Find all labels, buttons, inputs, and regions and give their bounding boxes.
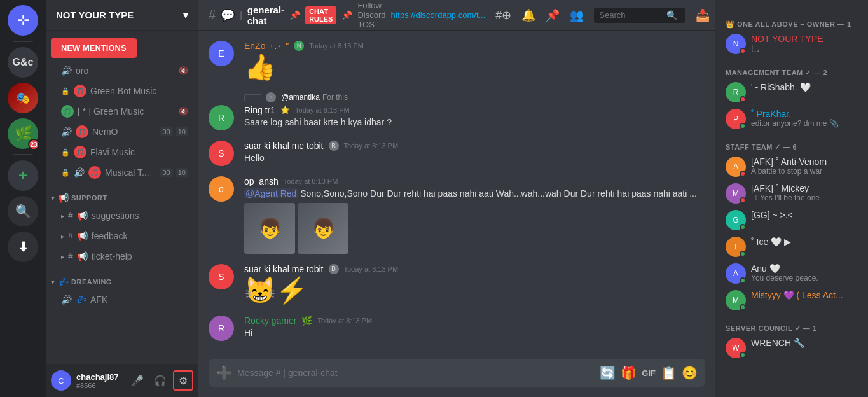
download-icon[interactable]: ⬇ xyxy=(8,232,38,262)
message-input-field[interactable] xyxy=(237,368,595,378)
category-support[interactable]: ▾ 📢 SUPPORT xyxy=(46,183,198,205)
member-item-not-your-type[interactable]: N NOT YOUR TYPE 乚 xyxy=(720,31,863,57)
msg-avatar-2: R xyxy=(209,105,234,130)
channel-item-flavi-music[interactable]: 🔒 🎵 Flavi Music xyxy=(51,142,193,162)
msg-text-2: Saare log sahi baat krte h kya idhar ? xyxy=(244,116,705,129)
settings-button[interactable]: ⚙ xyxy=(173,370,193,391)
emoji-icon[interactable]: 😊 xyxy=(682,365,698,380)
msg-timestamp-2: Today at 8:13 PM xyxy=(295,106,350,114)
volume-icon-2: 🔊 xyxy=(61,127,72,137)
dreaming-emoji: 💤 xyxy=(58,277,69,287)
bullet-icon-3: ▸ xyxy=(61,253,64,260)
gift-icon[interactable]: 🎁 xyxy=(621,365,637,380)
msg-timestamp-4: Today at 8:13 PM xyxy=(284,178,338,185)
channel-item-green-music[interactable]: 🎵 [ * ] Green Music 🔇 xyxy=(51,101,193,122)
member-item-misty[interactable]: M Mistyyy 💜 ( Less Act... xyxy=(720,288,863,313)
member-item-gg[interactable]: G [GG] ~ >.< xyxy=(720,207,863,233)
mute-icon-2: 🔇 xyxy=(179,107,188,116)
member-avatar-ice: I xyxy=(726,237,746,257)
messages-area: E EnZo→.←" N Today at 8:13 PM 👍 a @amant… xyxy=(198,31,715,354)
channel-item-ticket-help[interactable]: ▸ # 📢 ticket-help xyxy=(51,246,193,267)
channel-sidebar: NOT YOUR TYPE ▾ NEW MENTIONS 🔊 oro 🔇 🔒 🎵… xyxy=(46,0,198,397)
msg-author-2: Ring tr1 xyxy=(244,105,275,115)
member-info-rishabh: ' - RiShabh. 🤍 xyxy=(751,82,858,92)
user-discriminator: #8666 xyxy=(76,382,122,389)
msg-emoji: 👍 xyxy=(244,52,705,82)
member-item-ice[interactable]: I ˚ Ice 🤍 ▶ xyxy=(720,234,863,260)
member-item-prakhar[interactable]: P ˚ PraKhar. editor anyone? dm me 📎 xyxy=(720,106,863,132)
member-item-antivenom[interactable]: A [AFK] ˚ Anti-Venom A battle to stop a … xyxy=(720,154,863,179)
server-name: NOT YOUR TYPE xyxy=(56,10,134,20)
members-sidebar: 👑 ONE ALL ABOVE – OWNER — 1 N NOT YOUR T… xyxy=(715,0,868,397)
new-mentions-button[interactable]: NEW MENTIONS xyxy=(51,38,137,58)
discover-icon[interactable]: 🔍 xyxy=(8,196,38,226)
username: chachaji87 xyxy=(76,372,122,382)
message-input-area: ➕ 🔄 🎁 GIF 📋 😊 xyxy=(198,354,715,397)
member-name-prakhar: ˚ PraKhar. xyxy=(751,109,858,119)
channel-item-green-bot-music[interactable]: 🔒 🎵 Green Bot Music xyxy=(51,81,193,101)
member-item-rishabh[interactable]: R ' - RiShabh. 🤍 xyxy=(720,80,863,105)
user-avatar: C xyxy=(51,370,71,391)
inbox-icon[interactable]: 📥 xyxy=(696,8,710,22)
star-badge: ⭐ xyxy=(280,106,290,115)
pin-emoji: 📌 xyxy=(289,10,300,20)
member-avatar-anu: A xyxy=(726,263,746,284)
pin-icon[interactable]: 📌 xyxy=(546,8,560,22)
member-item-mickey[interactable]: M [AFK] ˚ Mickey ☽ Yes I'll be the one xyxy=(720,181,863,206)
category-dreaming[interactable]: ▾ 💤 DREAMING xyxy=(46,267,198,289)
member-item-anu[interactable]: A Anu 🤍 You deserve peace. xyxy=(720,261,863,286)
member-item-wrench[interactable]: W WRENCH 🔧 xyxy=(720,335,863,361)
member-name-av: [AFK] ˚ Anti-Venom xyxy=(751,157,858,167)
channel-item-suggestions[interactable]: ▸ # 📢 suggestions xyxy=(51,205,193,226)
member-name-not-your-type: NOT YOUR TYPE xyxy=(751,34,858,44)
sticker-icon[interactable]: 📋 xyxy=(661,365,677,380)
gif-icon[interactable]: GIF xyxy=(642,368,656,378)
member-avatar-misty: M xyxy=(726,290,746,310)
mute-button[interactable]: 🎤 xyxy=(127,370,148,391)
header-icons: #⊕ 🔔 📌 👥 🔍 📥 ❓ xyxy=(495,8,715,23)
msg-author-5: suar ki khal me tobit xyxy=(244,264,324,274)
nitro-icon[interactable]: 🔄 xyxy=(600,365,616,380)
add-channel-icon[interactable]: #⊕ xyxy=(495,8,511,22)
server-red[interactable]: 🎭 xyxy=(8,83,38,113)
gamer-emoji: 🌿 xyxy=(301,316,312,326)
message-group-4: o op_ansh Today at 8:13 PM @Agent Red So… xyxy=(209,176,705,254)
channel-list: NEW MENTIONS 🔊 oro 🔇 🔒 🎵 Green Bot Music… xyxy=(46,31,198,364)
search-input[interactable] xyxy=(599,10,663,20)
msg-reply: a @amantika For this xyxy=(209,92,705,102)
members-icon[interactable]: 👥 xyxy=(570,8,584,22)
member-status-av: A battle to stop a war xyxy=(751,167,858,176)
chat-rules-tag[interactable]: CHAT RULES xyxy=(305,6,336,24)
server-green-badge: 23 xyxy=(28,139,39,150)
add-file-icon[interactable]: ➕ xyxy=(216,365,232,380)
chat-channel-name: general-chat xyxy=(247,4,284,26)
add-server-button[interactable]: + xyxy=(8,160,38,191)
msg-avatar: E xyxy=(209,41,234,66)
channel-icon-5: 🎵 xyxy=(88,166,101,179)
reply-avatar: a xyxy=(266,92,276,102)
msg-author-4: op_ansh xyxy=(244,176,279,186)
discord-tos-link[interactable]: https://discordapp.com/t... xyxy=(390,10,485,20)
channel-item-oro[interactable]: 🔊 oro 🔇 xyxy=(51,60,193,81)
discord-icon[interactable]: ⊹ xyxy=(8,5,38,36)
channel-item-musical[interactable]: 🔒 🔊 🎵 Musical T... 00 10 xyxy=(51,162,193,183)
channel-item-nemo[interactable]: 🔊 🎵 NemO 00 10 xyxy=(51,122,193,142)
channel-icon-4: 🎵 xyxy=(74,146,86,158)
status-online-prakhar xyxy=(740,123,746,129)
ticket-emoji: 📢 xyxy=(77,251,88,261)
server-header[interactable]: NOT YOUR TYPE ▾ xyxy=(46,0,198,31)
server-gc[interactable]: G&c xyxy=(8,47,38,78)
member-avatar-av: A xyxy=(726,157,746,177)
deafen-button[interactable]: 🎧 xyxy=(150,370,170,391)
channel-item-feedback[interactable]: ▸ # 📢 feedback xyxy=(51,226,193,246)
msg-content-3: suar ki khal me tobit B Today at 8:13 PM… xyxy=(244,141,705,166)
bell-icon[interactable]: 🔔 xyxy=(521,8,535,22)
search-box[interactable]: 🔍 xyxy=(594,8,685,23)
chat-header: # 💬 | general-chat 📌 CHAT RULES 📌 Follow… xyxy=(198,0,715,31)
msg-header-5: suar ki khal me tobit B Today at 8:13 PM xyxy=(244,264,705,274)
msg-author-6: Rocky gamer xyxy=(244,316,296,326)
status-online-ice xyxy=(740,251,746,257)
volume-icon-4: 🔊 xyxy=(61,295,72,305)
msg-image-1: 👦 xyxy=(244,203,295,254)
channel-item-afk[interactable]: 🔊 💤 AFK xyxy=(51,289,193,310)
